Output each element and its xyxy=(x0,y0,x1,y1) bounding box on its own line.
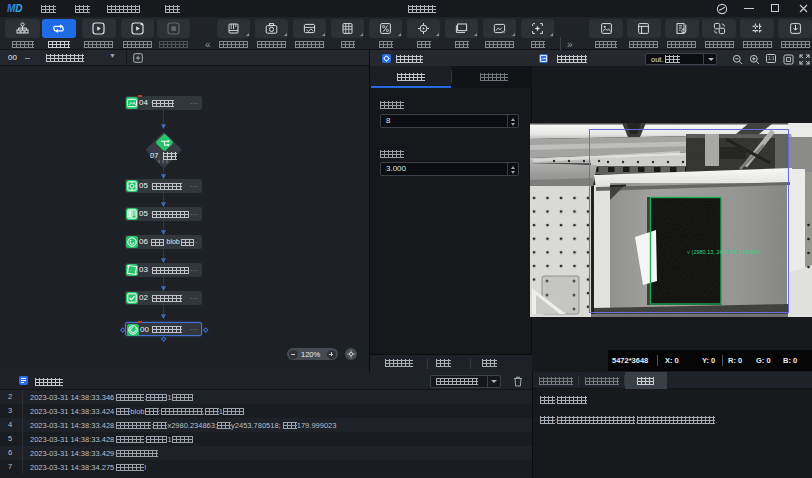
svg-text:MD: MD xyxy=(7,3,23,14)
svg-text:√ (2980.13, 2453.78) 179.999: √ (2980.13, 2453.78) 179.999 xyxy=(687,249,759,255)
